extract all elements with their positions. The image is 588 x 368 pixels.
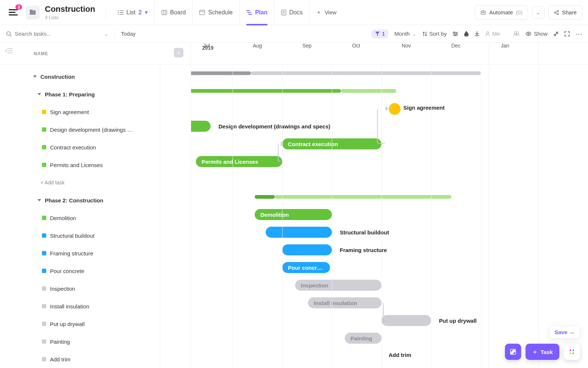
workspace-title[interactable]: Construction 3 Lists <box>45 4 100 20</box>
svg-point-26 <box>557 13 559 15</box>
new-task-fab[interactable]: ＋Task <box>526 344 559 360</box>
collapse-panel-icon[interactable] <box>5 48 12 54</box>
assignees-icon[interactable] <box>513 31 520 36</box>
tab-plan[interactable]: Plan <box>240 0 275 25</box>
task-bar[interactable]: Permits and Licenses <box>196 156 282 167</box>
svg-point-40 <box>516 32 519 34</box>
caret-down-icon <box>37 93 41 95</box>
share-button[interactable]: Share <box>548 5 582 20</box>
automate-menu[interactable]: ⌄ <box>532 6 545 19</box>
tab-list[interactable]: List 2 ▾ <box>111 0 155 25</box>
task-bar[interactable]: Install insulation <box>308 297 381 308</box>
bar-label: Painting <box>351 335 372 342</box>
menu-toggle[interactable]: 3 <box>6 5 21 20</box>
folder-button[interactable] <box>26 6 40 20</box>
notepad-fab[interactable] <box>505 344 521 360</box>
svg-rect-6 <box>162 10 167 15</box>
task-bar[interactable]: Painting <box>345 333 381 344</box>
list-icon <box>118 10 123 15</box>
task-bar[interactable]: Inspection <box>295 280 381 291</box>
search-input[interactable] <box>15 31 101 37</box>
tab-board[interactable]: Board <box>155 0 193 25</box>
bar-label: Design development (drawings and specs) <box>219 123 330 130</box>
toolbar: ⌄ Today 1 Month ⌄ Sort by Me · Show ⋯ <box>0 25 588 43</box>
automate-button[interactable]: Automate (0) <box>475 5 528 20</box>
summary-bar[interactable] <box>275 195 451 199</box>
task-bar[interactable]: Pour concr… <box>282 262 330 273</box>
person-icon <box>485 31 490 36</box>
save-pill[interactable]: Save ︽ <box>549 326 580 339</box>
bar-label: Structural buildout <box>340 229 389 236</box>
me-label: Me <box>492 31 500 37</box>
show-label: Show <box>534 31 548 37</box>
svg-point-49 <box>573 353 574 354</box>
more-icon[interactable]: ⋯ <box>576 30 582 38</box>
month-label: Dec <box>451 43 460 49</box>
svg-point-34 <box>454 32 455 33</box>
task-bar[interactable]: Demolition <box>255 209 332 220</box>
svg-rect-9 <box>200 10 205 15</box>
plus-icon: ＋ <box>532 348 538 355</box>
svg-line-27 <box>556 11 557 12</box>
chevron-down-icon: ⌄ <box>536 9 541 16</box>
status-dot <box>42 339 46 344</box>
save-label: Save <box>555 329 567 335</box>
zoom-select[interactable]: Month ⌄ <box>394 31 417 37</box>
month-gridline <box>431 65 431 368</box>
me-filter[interactable]: Me <box>485 31 500 37</box>
filter-count: 1 <box>382 31 385 37</box>
workspace-name: Construction <box>45 4 95 14</box>
status-dot <box>42 251 46 255</box>
today-button[interactable]: Today <box>121 31 136 37</box>
bar-label[interactable]: Add trim <box>389 352 412 358</box>
divider <box>115 29 115 39</box>
summary-bar[interactable] <box>191 89 341 93</box>
collapse-icon[interactable] <box>553 31 559 36</box>
svg-point-39 <box>514 32 516 34</box>
task-name: Sign agreement <box>50 109 89 115</box>
list-name: Phase 1: Preparing <box>45 91 95 98</box>
sort-button[interactable]: Sort by <box>423 31 447 37</box>
add-view-label: View <box>325 9 336 15</box>
task-bar[interactable]: Structural buildout <box>266 227 332 238</box>
tab-schedule[interactable]: Schedule <box>193 0 240 25</box>
tab-label: Board <box>170 9 186 16</box>
month-label: Aug <box>253 43 262 49</box>
gantt-icon <box>246 10 252 15</box>
summary-bar[interactable] <box>191 71 251 75</box>
apps-fab[interactable] <box>564 344 580 360</box>
doc-icon <box>281 10 286 15</box>
share-label: Share <box>562 9 577 15</box>
task-bar[interactable]: Framing structure <box>282 244 332 255</box>
add-view-button[interactable]: ＋ View <box>309 9 343 16</box>
gantt-timeline[interactable]: 2019JulAugSepOctNovDecJan Sign agreement… <box>191 43 588 368</box>
task-bar[interactable]: Put up drywall <box>381 315 431 326</box>
color-icon[interactable] <box>464 31 469 36</box>
add-column-button[interactable]: ＋ <box>174 48 183 57</box>
task-name: Structural buildout <box>50 233 94 239</box>
svg-rect-13 <box>246 10 250 11</box>
tab-docs[interactable]: Docs <box>275 0 309 25</box>
task-bar[interactable]: Design development (drawings and specs) <box>191 121 211 132</box>
download-icon[interactable] <box>474 31 480 36</box>
task-name: Inspection <box>50 286 75 292</box>
search-box[interactable]: ⌄ <box>6 31 109 37</box>
show-button[interactable]: Show <box>526 31 548 37</box>
svg-line-28 <box>556 13 557 14</box>
summary-bar[interactable] <box>341 89 396 93</box>
status-dot <box>42 269 46 273</box>
filter-chip[interactable]: 1 <box>372 29 388 38</box>
svg-point-47 <box>573 350 574 351</box>
svg-point-48 <box>570 353 571 354</box>
fullscreen-icon[interactable] <box>564 31 570 36</box>
divider: · <box>506 31 507 37</box>
summary-bar[interactable] <box>255 195 275 199</box>
summary-bar[interactable] <box>251 71 481 75</box>
settings-icon[interactable] <box>452 31 458 36</box>
month-gridline <box>481 65 481 368</box>
timeline-header: 2019JulAugSepOctNovDecJan <box>191 43 588 65</box>
milestone[interactable]: Sign agreement <box>389 103 401 115</box>
svg-point-46 <box>570 350 571 351</box>
chevron-down-icon[interactable]: ⌄ <box>104 31 109 37</box>
milestone-label: Sign agreement <box>404 105 445 111</box>
